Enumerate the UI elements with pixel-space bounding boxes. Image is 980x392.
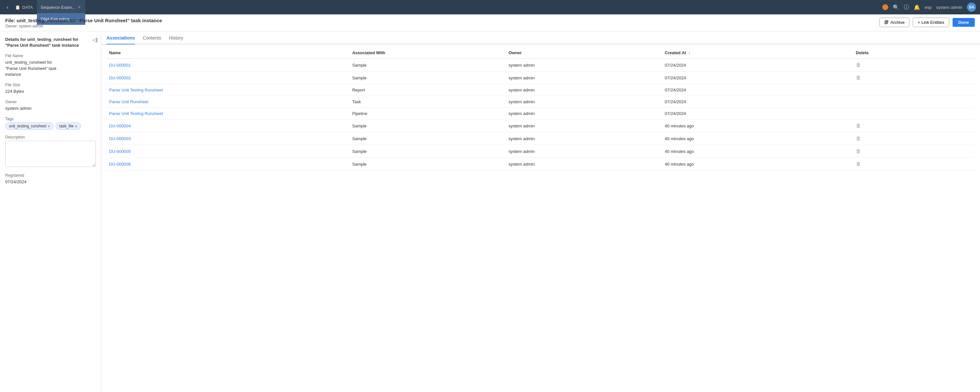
top-bar-right: 🔍 ⓘ 🔔 esp system admin SA <box>882 3 976 12</box>
row-delete-cell: 🗑 <box>853 72 975 84</box>
file-size-value: 224 Bytes <box>5 89 96 94</box>
left-panel: Details for unit_testing_runsheet for"Pa… <box>0 31 101 392</box>
tag-label: unit_testing_runsheet <box>9 124 46 128</box>
row-delete-cell: 🗑 <box>853 132 975 145</box>
owner-label: Owner: system admin <box>5 24 162 29</box>
table-row: DU-000004Samplesystem admin40 minutes ag… <box>107 120 975 132</box>
row-name-link[interactable]: DU-000006 <box>109 162 131 167</box>
delete-icon[interactable]: 🗑 <box>856 62 861 68</box>
row-name-link[interactable]: DU-000003 <box>109 136 131 141</box>
row-owner: system admin <box>506 96 662 108</box>
delete-icon[interactable]: 🗑 <box>856 135 861 141</box>
row-created-at: 07/24/2024 <box>662 59 853 72</box>
row-associated-with: Sample <box>350 158 506 171</box>
row-associated-with: Sample <box>350 120 506 132</box>
tag-chip-tag2: task_file× <box>56 123 81 130</box>
row-name-link[interactable]: DU-000004 <box>109 123 131 128</box>
search-icon[interactable]: 🔍 <box>893 4 899 10</box>
col-header-name: Name <box>107 47 350 59</box>
description-label: Description <box>5 135 96 140</box>
user-label: esp <box>925 5 932 10</box>
row-owner: system admin <box>506 145 662 158</box>
top-bar: ‹ 📋 DATA unit_testing_run...×Sequence Ex… <box>0 0 980 14</box>
table-row: DU-000006Samplesystem admin40 minutes ag… <box>107 158 975 171</box>
row-owner: system admin <box>506 59 662 72</box>
left-panel-heading: Details for unit_testing_runsheet for"Pa… <box>5 37 96 48</box>
data-button[interactable]: 📋 DATA <box>13 3 36 11</box>
file-size-label: File Size <box>5 83 96 87</box>
row-owner: system admin <box>506 132 662 145</box>
delete-icon[interactable]: 🗑 <box>856 75 861 80</box>
table-row: DU-000001Samplesystem admin07/24/2024🗑 <box>107 59 975 72</box>
tab-close-button[interactable]: × <box>78 5 81 10</box>
table-row: Parse Unit RunsheetTasksystem admin07/24… <box>107 96 975 108</box>
done-label: Done <box>958 20 969 25</box>
sub-header: File: unit_testing_runsheet for "Parse U… <box>0 14 980 31</box>
row-name-link[interactable]: DU-000002 <box>109 75 131 80</box>
row-created-at: 07/24/2024 <box>662 96 853 108</box>
data-label: DATA <box>22 5 33 10</box>
notification-icon[interactable]: 🔔 <box>914 4 920 10</box>
archive-label: Archive <box>891 20 905 25</box>
file-size-field: File Size 224 Bytes <box>5 83 96 94</box>
back-button[interactable]: ‹ <box>4 3 11 12</box>
topbar-tab-tab2[interactable]: Sequence Exam...× <box>37 1 85 13</box>
row-name-link[interactable]: Parse Unit Runsheet <box>109 99 148 104</box>
row-name-link[interactable]: Parse Unit Testing Runsheet <box>109 111 163 116</box>
status-dot <box>882 4 888 10</box>
delete-icon[interactable]: 🗑 <box>856 123 861 128</box>
description-textarea[interactable] <box>5 141 96 167</box>
content-tab-associations[interactable]: Associations <box>107 31 135 45</box>
table-header-row: Name Associated With Owner Created At ↑ … <box>107 47 975 59</box>
row-delete-cell: 🗑 <box>853 59 975 72</box>
table-row: Parse Unit Testing RunsheetReportsystem … <box>107 84 975 96</box>
archive-button[interactable]: 🗐 Archive <box>880 18 910 27</box>
tag-remove-button[interactable]: × <box>48 124 50 128</box>
done-button[interactable]: Done <box>953 18 975 27</box>
avatar-initials: SA <box>969 5 974 10</box>
delete-icon[interactable]: 🗑 <box>856 161 861 167</box>
tag-remove-button[interactable]: × <box>75 124 78 128</box>
row-name-link[interactable]: DU-000005 <box>109 149 131 154</box>
avatar[interactable]: SA <box>967 3 976 12</box>
description-field: Description <box>5 135 96 168</box>
row-owner: system admin <box>506 84 662 96</box>
tab-label: Sequence Exam... <box>41 5 75 10</box>
row-delete-cell <box>853 96 975 108</box>
content-tab-contents[interactable]: Contents <box>143 31 161 45</box>
row-owner: system admin <box>506 108 662 120</box>
row-created-at: 40 minutes ago <box>662 145 853 158</box>
link-entities-label: + Link Entities <box>918 20 944 25</box>
tag-label: task_file <box>59 124 73 128</box>
content-tab-bar: AssociationsContentsHistory <box>101 31 980 45</box>
header-actions: 🗐 Archive + Link Entities Done <box>880 18 975 27</box>
help-icon[interactable]: ⓘ <box>904 4 909 11</box>
col-header-created-at[interactable]: Created At ↑ <box>662 47 853 59</box>
content-tab-history[interactable]: History <box>169 31 183 45</box>
col-header-associated-with: Associated With <box>350 47 506 59</box>
row-associated-with: Pipeline <box>350 108 506 120</box>
table-row: DU-000003Samplesystem admin40 minutes ag… <box>107 132 975 145</box>
row-name-link[interactable]: DU-000001 <box>109 63 131 68</box>
row-associated-with: Sample <box>350 59 506 72</box>
owner-field-label: Owner <box>5 100 96 104</box>
row-name-link[interactable]: Parse Unit Testing Runsheet <box>109 88 163 92</box>
tags-container: unit_testing_runsheet×task_file× <box>5 123 96 130</box>
collapse-button[interactable]: ◁| <box>92 37 98 43</box>
tags-field: Tags unit_testing_runsheet×task_file× <box>5 116 96 130</box>
copy-icon: 📋 <box>15 5 20 10</box>
row-associated-with: Report <box>350 84 506 96</box>
delete-icon[interactable]: 🗑 <box>856 148 861 154</box>
registered-value: 07/24/2024 <box>5 179 96 185</box>
row-associated-with: Sample <box>350 72 506 84</box>
user-name: system admin <box>936 5 963 10</box>
registered-field: Registered 07/24/2024 <box>5 173 96 185</box>
link-entities-button[interactable]: + Link Entities <box>913 18 949 27</box>
row-owner: system admin <box>506 158 662 171</box>
owner-field: Owner system admin <box>5 100 96 112</box>
row-delete-cell <box>853 84 975 96</box>
row-delete-cell: 🗑 <box>853 120 975 132</box>
table-container: Name Associated With Owner Created At ↑ … <box>101 45 980 392</box>
row-delete-cell: 🗑 <box>853 158 975 171</box>
file-name-field: File Name unit_testing_runsheet for"Pars… <box>5 54 96 77</box>
